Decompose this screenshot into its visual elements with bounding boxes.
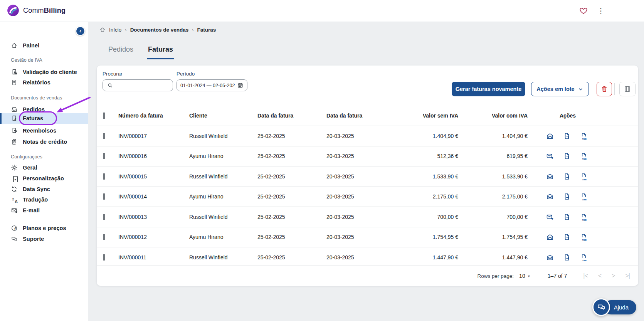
row-checkbox[interactable] (103, 193, 105, 200)
net-amount: 700,00 € (400, 214, 461, 220)
export-document-icon[interactable] (563, 233, 571, 241)
favorites-heart-icon[interactable] (579, 7, 588, 15)
first-page-icon[interactable]: |< (583, 272, 588, 279)
columns-button[interactable] (619, 82, 636, 96)
export-document-icon[interactable] (563, 213, 571, 221)
invoice-euro-icon: € (11, 115, 18, 122)
table-row: INV/000014 Ayumu Hirano 25-02-2025 20-03… (97, 187, 638, 207)
sidebar-item-validacao-cliente[interactable]: Validação do cliente (0, 67, 88, 77)
row-checkbox[interactable] (103, 153, 105, 159)
chevron-down-icon (578, 86, 583, 92)
sidebar-item-planos[interactable]: € Planos e preços (0, 223, 88, 234)
svg-text:XML: XML (582, 158, 587, 160)
search-input[interactable] (116, 82, 169, 89)
mail-opened-icon[interactable] (546, 233, 554, 241)
download-xml-icon[interactable]: XML (580, 254, 588, 261)
sidebar-item-painel[interactable]: Painel (0, 40, 88, 51)
net-amount: 512,36 € (400, 153, 461, 159)
refund-receipt-icon (11, 127, 18, 134)
export-document-icon[interactable] (563, 173, 571, 180)
brand-logo-icon (7, 4, 20, 17)
export-document-icon[interactable] (563, 152, 571, 160)
sidebar-item-personalizacao[interactable]: * Personalização (0, 173, 88, 184)
row-checkbox[interactable] (103, 133, 105, 139)
tab-pedidos[interactable]: Pedidos (107, 44, 135, 59)
mail-opened-icon[interactable] (546, 173, 554, 180)
euro-circle-icon: € (11, 225, 18, 232)
table-row: INV/000016 Ayumu Hirano 25-02-2025 20-03… (97, 146, 638, 166)
mail-opened-icon[interactable] (546, 193, 554, 200)
orders-tray-icon (11, 106, 18, 113)
gross-amount: 619,95 € (461, 153, 531, 159)
breadcrumb-inicio[interactable]: Início (109, 27, 121, 33)
mail-opened-icon[interactable] (546, 254, 554, 261)
download-xml-icon[interactable]: XML (580, 213, 588, 221)
row-checkbox[interactable] (103, 214, 105, 220)
download-xml-icon[interactable]: XML (580, 152, 588, 160)
gross-amount: 2.175,00 € (461, 193, 531, 200)
credit-note-icon (11, 138, 18, 145)
delete-button[interactable] (597, 82, 612, 96)
next-page-icon[interactable]: > (612, 272, 615, 279)
download-xml-icon[interactable]: XML (580, 193, 588, 200)
export-document-icon[interactable] (563, 254, 571, 261)
row-checkbox[interactable] (103, 173, 105, 180)
row-checkbox[interactable] (103, 254, 105, 260)
due-date: 20-03-2025 (326, 173, 400, 180)
sidebar-item-data-sync[interactable]: Data Sync (0, 184, 88, 195)
main-content: Início › Documentos de vendas › Faturas … (88, 22, 644, 321)
rows-per-page-select[interactable]: 10 ▾ (519, 273, 530, 279)
tab-faturas[interactable]: Faturas (147, 44, 174, 59)
home-icon (11, 42, 18, 49)
sidebar-item-traducao[interactable]: Az Tradução (0, 194, 88, 205)
brand-logo[interactable]: CommBilling (7, 4, 66, 17)
download-xml-icon[interactable]: XML (580, 233, 588, 241)
select-all-checkbox[interactable] (103, 113, 105, 119)
search-icon (107, 82, 113, 89)
net-amount: 2.175,00 € (400, 193, 461, 200)
period-field[interactable]: 01-01-2024 — 02-05-202 (177, 79, 247, 91)
header-client: Cliente (189, 113, 257, 119)
sidebar-item-reembolsos[interactable]: Reembolsos (0, 125, 88, 136)
download-xml-icon[interactable]: XML (580, 173, 588, 180)
sidebar-item-faturas[interactable]: € Faturas (0, 113, 88, 124)
breadcrumb-documentos[interactable]: Documentos de vendas (130, 27, 189, 33)
sidebar-item-suporte[interactable]: Suporte (0, 234, 88, 244)
previous-page-icon[interactable]: < (598, 272, 601, 279)
row-checkbox[interactable] (103, 234, 105, 240)
header-gross: Valor com IVA (461, 113, 531, 119)
sidebar-collapse-button[interactable]: ‹ (76, 26, 85, 36)
batch-actions-button[interactable]: Ações em lote (531, 82, 589, 96)
send-mail-icon[interactable] (546, 213, 554, 221)
sidebar: ‹ Painel Gestão de IVA Validação do clie… (0, 22, 88, 321)
sidebar-item-relatorios[interactable]: Relatórios (0, 77, 88, 88)
send-mail-icon[interactable] (546, 152, 554, 160)
mail-opened-icon[interactable] (546, 132, 554, 140)
period-label: Período (177, 71, 195, 77)
net-amount: 1.754,95 € (400, 234, 461, 240)
table-row: INV/000017 Russell Winfield 25-02-2025 2… (97, 126, 638, 146)
sidebar-item-email[interactable]: E-mail (0, 205, 88, 216)
caret-down-icon: ▾ (528, 274, 530, 278)
sidebar-item-notas-credito[interactable]: Notas de crédito (0, 136, 88, 147)
sidebar-item-geral[interactable]: Geral (0, 162, 88, 173)
invoice-number: INV/000012 (118, 234, 189, 240)
client-name: Russell Winfield (189, 214, 257, 220)
svg-text:XML: XML (582, 138, 587, 140)
generate-invoices-button[interactable]: Gerar faturas novamente (452, 82, 525, 96)
support-chat-icon (11, 235, 18, 242)
sync-icon (11, 186, 18, 193)
export-document-icon[interactable] (563, 132, 571, 140)
header-invoice: Número da fatura (118, 113, 189, 119)
breadcrumb-current: Faturas (197, 27, 216, 33)
breadcrumb-home-icon[interactable] (99, 27, 106, 33)
help-button[interactable]: Ajuda (592, 298, 636, 316)
gross-amount: 700,00 € (461, 214, 531, 220)
client-name: Ayumu Hirano (189, 193, 257, 200)
download-xml-icon[interactable]: XML (580, 132, 588, 140)
invoice-number: INV/000016 (118, 153, 189, 159)
search-field (103, 79, 173, 91)
overflow-menu-icon[interactable]: ⋮ (597, 5, 604, 16)
last-page-icon[interactable]: >| (626, 272, 630, 279)
export-document-icon[interactable] (563, 193, 571, 200)
